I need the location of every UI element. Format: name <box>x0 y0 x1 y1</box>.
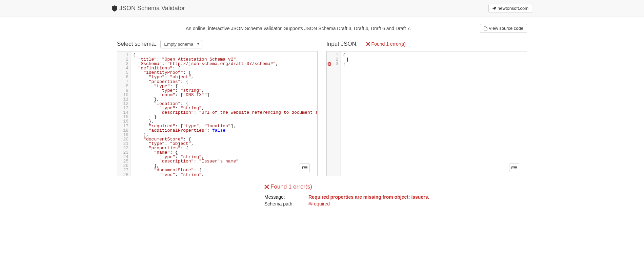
schema-panel: Select schema: Empty schema 123456789101… <box>117 39 318 176</box>
indent-icon <box>302 166 307 170</box>
brand: JSON Schema Validator <box>112 5 185 12</box>
intro-text: An online, interactive JSON Schema valid… <box>117 26 480 31</box>
input-label: Input JSON: <box>326 41 358 47</box>
code-line[interactable] <box>343 57 525 62</box>
input-editor[interactable]: 123{} <box>326 51 527 176</box>
app-title: JSON Schema Validator <box>119 5 185 12</box>
x-icon <box>366 42 370 46</box>
results-error-text: Found 1 error(s) <box>270 183 312 190</box>
error-marker-icon <box>327 62 331 66</box>
view-source-button[interactable]: View source code <box>480 24 527 33</box>
code-line[interactable]: "enum": ["DNS-TXT"] <box>133 93 317 97</box>
file-icon <box>484 26 487 30</box>
schema-format-button[interactable] <box>300 163 310 172</box>
external-link-label: newtonsoft.com <box>498 6 528 11</box>
code-line[interactable]: { <box>343 53 525 57</box>
schema-label: Select schema: <box>117 41 156 47</box>
code-line[interactable]: "additionalProperties": false <box>133 128 317 133</box>
code-line[interactable]: "description": "Issuer's name" <box>133 159 317 163</box>
results-message-value: Required properties are missing from obj… <box>308 194 429 200</box>
code-area[interactable]: { "title": "Open Attestation Schema v2",… <box>131 51 317 176</box>
indent-icon <box>511 166 517 170</box>
results-path-value: #/required <box>308 201 330 206</box>
input-error-text: Found 1 error(s) <box>371 41 406 47</box>
intro-row: An online, interactive JSON Schema valid… <box>117 24 527 33</box>
text-cursor <box>347 58 348 62</box>
external-link-button[interactable]: newtonsoft.com <box>488 4 532 13</box>
input-panel: Input JSON: Found 1 error(s) 123{} <box>326 39 527 176</box>
input-format-button[interactable] <box>509 163 519 172</box>
input-error-badge: Found 1 error(s) <box>366 41 406 47</box>
code-line[interactable]: "type": "string", <box>133 173 317 176</box>
results: Found 1 error(s) Message: Required prope… <box>163 183 481 206</box>
shield-icon <box>112 5 117 12</box>
code-area[interactable]: {} <box>341 51 527 176</box>
results-error-badge: Found 1 error(s) <box>264 183 312 190</box>
results-message-label: Message: <box>264 194 308 200</box>
x-icon <box>264 184 269 189</box>
gutter: 1234567891011121314151617181920212223242… <box>117 51 131 176</box>
code-line[interactable]: "description": "Url of the website refer… <box>133 110 317 115</box>
view-source-label: View source code <box>489 26 523 31</box>
schema-editor[interactable]: 1234567891011121314151617181920212223242… <box>117 51 318 176</box>
results-path-label: Schema path: <box>264 201 308 206</box>
paper-plane-icon <box>492 6 496 10</box>
topbar: JSON Schema Validator newtonsoft.com <box>0 0 644 17</box>
gutter: 123 <box>327 51 341 176</box>
code-line[interactable]: } <box>343 62 525 66</box>
code-line[interactable]: } <box>133 115 317 119</box>
schema-select[interactable]: Empty schema <box>160 40 202 48</box>
